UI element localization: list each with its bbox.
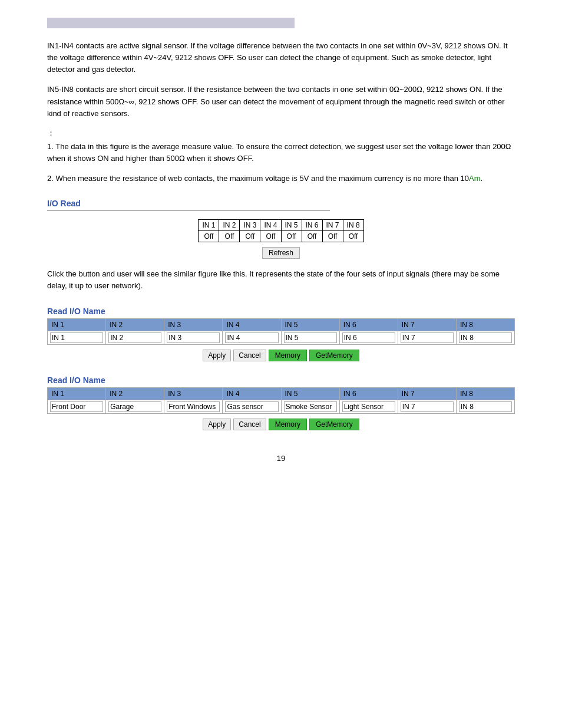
name-table-2-val-in7[interactable] [398, 400, 456, 413]
apply-button-1[interactable]: Apply [203, 350, 231, 361]
name-table-2-val-in5[interactable] [281, 400, 339, 413]
io-val-in4: Off [260, 231, 281, 242]
note-2-am: Am [469, 174, 481, 183]
getmemory-button-1[interactable]: GetMemory [309, 350, 359, 361]
name-table-1-header-in8: IN 8 [456, 318, 514, 331]
io-read-divider [47, 210, 330, 211]
name-table-1-header-in3: IN 3 [164, 318, 223, 331]
note-1: 1. The data in this figure is the averag… [47, 141, 515, 164]
io-val-in1: Off [199, 231, 219, 242]
action-buttons-1: Apply Cancel Memory GetMemory [47, 350, 515, 361]
note-2-text: 2. When measure the resistance of web co… [47, 174, 469, 183]
name-table-1-header-in6: IN 6 [339, 318, 398, 331]
read-io-name-title-1: Read I/O Name [47, 307, 515, 316]
name-table-2-val-in2[interactable] [106, 400, 164, 413]
read-io-name-section-1: Read I/O Name IN 1 IN 2 IN 3 IN 4 IN 5 I… [47, 307, 515, 361]
name-table-2-value-row [48, 400, 515, 413]
io-read-table: IN 1 IN 2 IN 3 IN 4 IN 5 IN 6 IN 7 IN 8 … [198, 219, 363, 242]
name-table-1-val-in7[interactable] [398, 331, 456, 344]
io-val-in7: Off [322, 231, 343, 242]
progress-bar [47, 18, 295, 28]
name-input-2-in3[interactable] [167, 401, 220, 412]
name-input-2-in4[interactable] [225, 401, 278, 412]
name-table-1-val-in3[interactable] [164, 331, 223, 344]
name-table-2-val-in6[interactable] [339, 400, 398, 413]
name-input-2-in8[interactable] [459, 401, 512, 412]
io-header-in5: IN 5 [281, 220, 302, 231]
name-input-2-in2[interactable] [108, 401, 161, 412]
name-input-2-in1[interactable] [50, 401, 103, 412]
name-table-1-header-in4: IN 4 [223, 318, 281, 331]
io-val-in2: Off [219, 231, 240, 242]
click-text: Click the button and user will see the s… [47, 268, 515, 292]
io-val-in3: Off [240, 231, 260, 242]
name-table-1-val-in1[interactable] [48, 331, 106, 344]
name-table-2-header-in5: IN 5 [281, 387, 339, 400]
name-input-1-in2[interactable] [108, 332, 161, 343]
paragraph-in5-in8: IN5-IN8 contacts are short circuit senso… [47, 84, 515, 119]
name-table-1-val-in8[interactable] [456, 331, 514, 344]
io-header-in6: IN 6 [302, 220, 322, 231]
name-table-2-val-in8[interactable] [456, 400, 514, 413]
io-val-in5: Off [281, 231, 302, 242]
name-table-2-header-in2: IN 2 [106, 387, 164, 400]
io-header-in1: IN 1 [199, 220, 219, 231]
read-io-name-table-2: IN 1 IN 2 IN 3 IN 4 IN 5 IN 6 IN 7 IN 8 [47, 387, 515, 414]
name-input-1-in3[interactable] [167, 332, 220, 343]
name-input-2-in6[interactable] [342, 401, 395, 412]
name-table-1-header-in1: IN 1 [48, 318, 106, 331]
name-input-1-in6[interactable] [342, 332, 395, 343]
name-table-2-header-in8: IN 8 [456, 387, 514, 400]
name-table-1-header-row: IN 1 IN 2 IN 3 IN 4 IN 5 IN 6 IN 7 IN 8 [48, 318, 515, 331]
name-table-2-header-row: IN 1 IN 2 IN 3 IN 4 IN 5 IN 6 IN 7 IN 8 [48, 387, 515, 400]
io-header-in4: IN 4 [260, 220, 281, 231]
name-input-2-in5[interactable] [284, 401, 337, 412]
note-label: ： [47, 128, 515, 139]
read-io-name-table-1: IN 1 IN 2 IN 3 IN 4 IN 5 IN 6 IN 7 IN 8 [47, 318, 515, 345]
note-2: 2. When measure the resistance of web co… [47, 173, 515, 185]
refresh-button[interactable]: Refresh [262, 247, 300, 259]
name-table-1-val-in6[interactable] [339, 331, 398, 344]
page-number: 19 [47, 454, 515, 463]
name-input-1-in1[interactable] [50, 332, 103, 343]
name-table-2-header-in1: IN 1 [48, 387, 106, 400]
apply-button-2[interactable]: Apply [203, 419, 231, 430]
read-io-name-section-2: Read I/O Name IN 1 IN 2 IN 3 IN 4 IN 5 I… [47, 375, 515, 430]
name-table-2-header-in6: IN 6 [339, 387, 398, 400]
name-table-1-val-in5[interactable] [281, 331, 339, 344]
name-input-1-in4[interactable] [225, 332, 278, 343]
io-header-in2: IN 2 [219, 220, 240, 231]
getmemory-button-2[interactable]: GetMemory [309, 419, 359, 430]
name-table-1-header-in2: IN 2 [106, 318, 164, 331]
name-table-1-val-in2[interactable] [106, 331, 164, 344]
io-val-in6: Off [302, 231, 322, 242]
name-table-2-val-in4[interactable] [223, 400, 281, 413]
io-read-title: I/O Read [47, 199, 515, 208]
name-table-2-val-in3[interactable] [164, 400, 223, 413]
io-val-in8: Off [343, 231, 363, 242]
io-header-in7: IN 7 [322, 220, 343, 231]
name-table-1-val-in4[interactable] [223, 331, 281, 344]
io-read-header-row: IN 1 IN 2 IN 3 IN 4 IN 5 IN 6 IN 7 IN 8 [199, 220, 363, 231]
io-read-table-wrapper: IN 1 IN 2 IN 3 IN 4 IN 5 IN 6 IN 7 IN 8 … [47, 219, 515, 263]
io-read-value-row: Off Off Off Off Off Off Off Off [199, 231, 363, 242]
name-input-2-in7[interactable] [401, 401, 454, 412]
io-read-section: I/O Read IN 1 IN 2 IN 3 IN 4 IN 5 IN 6 I… [47, 199, 515, 292]
name-table-1-value-row [48, 331, 515, 344]
name-input-1-in5[interactable] [284, 332, 337, 343]
io-header-in3: IN 3 [240, 220, 260, 231]
memory-button-2[interactable]: Memory [269, 419, 307, 430]
name-input-1-in8[interactable] [459, 332, 512, 343]
cancel-button-2[interactable]: Cancel [233, 419, 266, 430]
name-table-2-header-in3: IN 3 [164, 387, 223, 400]
read-io-name-title-2: Read I/O Name [47, 375, 515, 385]
name-table-2-val-in1[interactable] [48, 400, 106, 413]
io-header-in8: IN 8 [343, 220, 363, 231]
name-table-1-header-in7: IN 7 [398, 318, 456, 331]
name-table-2-header-in4: IN 4 [223, 387, 281, 400]
cancel-button-1[interactable]: Cancel [233, 350, 266, 361]
name-input-1-in7[interactable] [401, 332, 454, 343]
name-table-2-header-in7: IN 7 [398, 387, 456, 400]
name-table-1-header-in5: IN 5 [281, 318, 339, 331]
memory-button-1[interactable]: Memory [269, 350, 307, 361]
